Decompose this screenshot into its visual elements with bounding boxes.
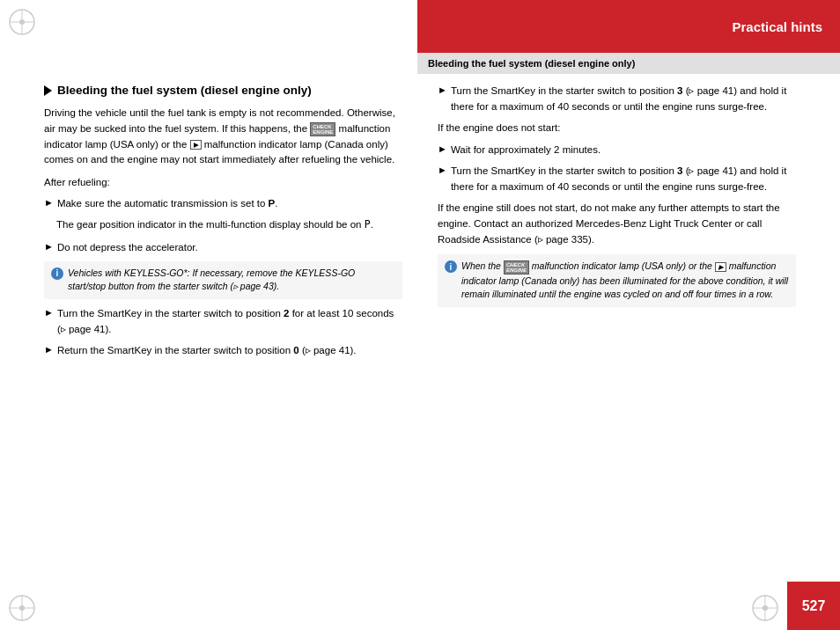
bullet-position2: ► Turn the SmartKey in the starter switc… (44, 306, 402, 338)
malfunction-icon-2: ▶ (715, 262, 726, 272)
illuminated-info: i When the CHECKENGINE malfunction indic… (438, 254, 796, 307)
page-heading: Bleeding the fuel system (diesel engine … (44, 84, 402, 97)
info-icon-2: i (445, 260, 457, 273)
bullet-accelerator: ► Do not depress the accelerator. (44, 240, 402, 256)
if-no-start-label: If the engine does not start: (438, 121, 796, 136)
right-column: ► Turn the SmartKey in the starter switc… (429, 84, 796, 577)
banner-title: Practical hints (732, 19, 822, 34)
keyless-go-text: Vehicles with KEYLESS-GO*: If necessary,… (68, 267, 395, 295)
page-heading-text: Bleeding the fuel system (diesel engine … (57, 84, 312, 97)
triangle-icon (44, 85, 52, 96)
page-number-text: 527 (802, 598, 826, 614)
check-engine-icon-1: CHECKENGINE (310, 122, 335, 136)
corner-mark-tl (4, 4, 40, 40)
corner-mark-bl (4, 590, 40, 626)
bullet-arrow-5: ► (438, 84, 447, 95)
still-no-start-text: If the engine still does not start, do n… (438, 201, 796, 247)
bullet-transmission-text: Make sure the automatic transmission is … (57, 196, 278, 212)
bullet-position3-2: ► Turn the SmartKey in the starter switc… (438, 164, 796, 195)
main-content: Bleeding the fuel system (diesel engine … (44, 84, 796, 577)
illuminated-text: When the CHECKENGINE malfunction indicat… (461, 260, 789, 302)
section-bar: Bleeding the fuel system (diesel engine … (417, 53, 840, 74)
page-number: 527 (787, 582, 840, 630)
bullet-arrow-2: ► (44, 241, 54, 252)
bullet-wait: ► Wait for approximately 2 minutes. (438, 143, 796, 158)
bullet-position2-text: Turn the SmartKey in the starter switch … (57, 306, 402, 338)
bullet-accelerator-text: Do not depress the accelerator. (57, 240, 198, 256)
top-banner: Practical hints (417, 0, 840, 53)
bullet-arrow-3: ► (44, 307, 54, 318)
gear-position-note: The gear position indicator in the multi… (56, 217, 402, 233)
bullet-position3-1-text: Turn the SmartKey in the starter switch … (451, 84, 796, 115)
left-column: Bleeding the fuel system (diesel engine … (44, 84, 411, 577)
malfunction-icon-1: ▶ (190, 140, 202, 150)
intro-paragraph: Driving the vehicle until the fuel tank … (44, 106, 402, 168)
keyless-go-info: i Vehicles with KEYLESS-GO*: If necessar… (44, 261, 402, 300)
section-bar-title: Bleeding the fuel system (diesel engine … (428, 58, 635, 69)
bullet-position0-text: Return the SmartKey in the starter switc… (57, 343, 357, 359)
bullet-transmission: ► Make sure the automatic transmission i… (44, 196, 402, 212)
bullet-arrow-7: ► (438, 165, 447, 175)
after-refueling-label: After refueling: (44, 175, 402, 191)
bullet-position0: ► Return the SmartKey in the starter swi… (44, 343, 402, 359)
corner-mark-br (748, 590, 783, 626)
bullet-position3-1: ► Turn the SmartKey in the starter switc… (438, 84, 796, 115)
bullet-arrow-4: ► (44, 344, 54, 355)
bullet-arrow-6: ► (438, 143, 447, 154)
bullet-position3-2-text: Turn the SmartKey in the starter switch … (451, 164, 796, 195)
bullet-wait-text: Wait for approximately 2 minutes. (451, 143, 601, 158)
bullet-arrow-1: ► (44, 197, 54, 208)
check-engine-icon-2: CHECKENGINE (504, 260, 529, 275)
info-icon-1: i (51, 267, 63, 280)
